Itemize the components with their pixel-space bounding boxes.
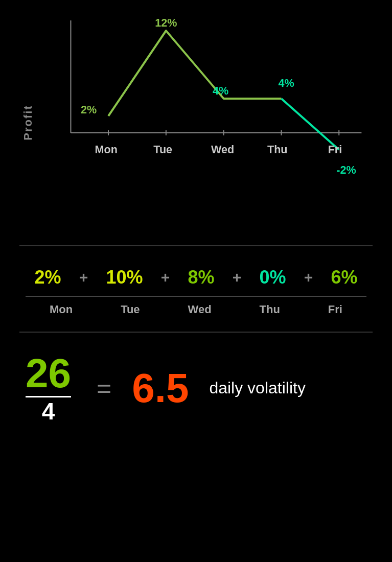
plus-3: + xyxy=(233,269,242,286)
weekly-day-thu: Thu xyxy=(260,303,280,316)
svg-text:Thu: Thu xyxy=(267,143,288,156)
svg-text:-2%: -2% xyxy=(336,163,356,176)
svg-text:Fri: Fri xyxy=(328,143,342,156)
svg-text:Tue: Tue xyxy=(153,143,172,156)
volatility-fraction: 26 4 xyxy=(26,353,71,423)
fraction-denominator: 4 xyxy=(42,400,55,423)
svg-text:12%: 12% xyxy=(155,16,177,29)
weekly-section: 2% + 10% + 8% + 0% + 6% Mon Tue Wed Thu … xyxy=(0,251,392,326)
svg-text:Wed: Wed xyxy=(211,143,234,156)
equals-sign: = xyxy=(97,373,111,403)
profit-chart: 2% 12% 4% 4% -2% Mon Tue Wed Thu Fri xyxy=(31,15,372,209)
plus-2: + xyxy=(161,269,170,286)
plus-1: + xyxy=(79,269,88,286)
svg-text:4%: 4% xyxy=(279,77,294,89)
weekly-day-tue: Tue xyxy=(121,303,140,316)
divider-2 xyxy=(19,332,372,333)
fraction-numerator: 26 xyxy=(26,353,71,394)
weekly-day-fri: Fri xyxy=(328,303,342,316)
volatility-result: 6.5 xyxy=(132,365,189,412)
chart-container: Profit xyxy=(31,15,372,230)
plus-4: + xyxy=(304,269,313,286)
svg-text:Mon: Mon xyxy=(95,143,118,156)
weekly-value-wed: 8% xyxy=(188,267,215,288)
weekly-days-row: Mon Tue Wed Thu Fri xyxy=(26,296,366,316)
weekly-value-fri: 6% xyxy=(331,267,357,288)
weekly-value-tue: 10% xyxy=(106,267,143,288)
svg-text:2%: 2% xyxy=(81,103,97,116)
divider-1 xyxy=(19,245,372,246)
svg-text:4%: 4% xyxy=(213,84,228,97)
volatility-section: 26 4 = 6.5 daily volatility xyxy=(0,338,392,438)
weekly-day-mon: Mon xyxy=(50,303,73,316)
weekly-day-wed: Wed xyxy=(188,303,212,316)
fraction-line xyxy=(26,396,71,397)
weekly-value-thu: 0% xyxy=(259,267,286,288)
weekly-values-row: 2% + 10% + 8% + 0% + 6% xyxy=(26,267,366,288)
chart-section: Profit xyxy=(0,0,392,240)
volatility-label: daily volatility xyxy=(209,379,306,397)
y-axis-label: Profit xyxy=(21,105,35,140)
page: Profit xyxy=(0,0,392,562)
weekly-value-mon: 2% xyxy=(35,267,61,288)
